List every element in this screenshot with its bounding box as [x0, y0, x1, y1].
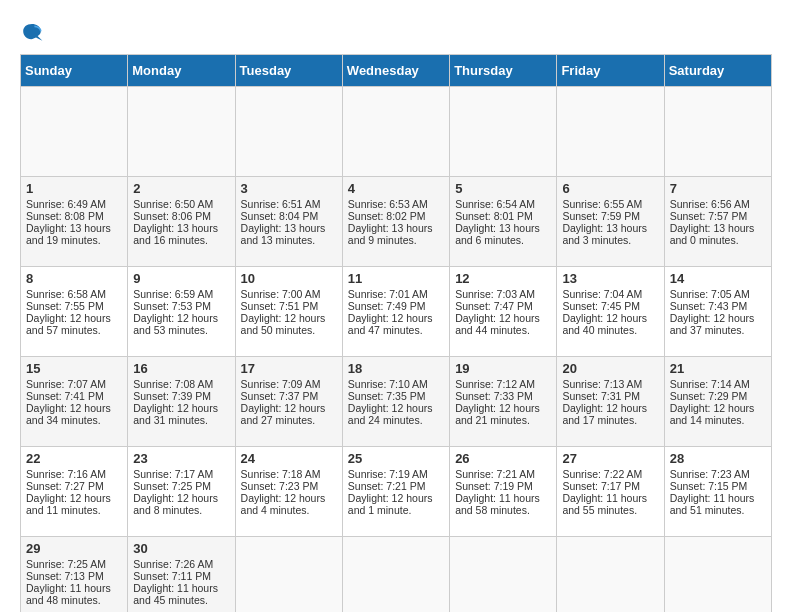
- sunrise-text: Sunrise: 7:08 AM: [133, 378, 229, 390]
- calendar-cell: 8Sunrise: 6:58 AMSunset: 7:55 PMDaylight…: [21, 267, 128, 357]
- calendar-week-row: 8Sunrise: 6:58 AMSunset: 7:55 PMDaylight…: [21, 267, 772, 357]
- calendar-cell: [342, 537, 449, 613]
- sunrise-text: Sunrise: 7:10 AM: [348, 378, 444, 390]
- day-number: 7: [670, 181, 766, 196]
- daylight-text: Daylight: 12 hours and 34 minutes.: [26, 402, 122, 426]
- day-number: 28: [670, 451, 766, 466]
- sunrise-text: Sunrise: 7:12 AM: [455, 378, 551, 390]
- calendar-cell: 14Sunrise: 7:05 AMSunset: 7:43 PMDayligh…: [664, 267, 771, 357]
- sunset-text: Sunset: 7:15 PM: [670, 480, 766, 492]
- daylight-text: Daylight: 12 hours and 11 minutes.: [26, 492, 122, 516]
- sunrise-text: Sunrise: 7:18 AM: [241, 468, 337, 480]
- calendar-week-row: 1Sunrise: 6:49 AMSunset: 8:08 PMDaylight…: [21, 177, 772, 267]
- sunrise-text: Sunrise: 7:21 AM: [455, 468, 551, 480]
- calendar-cell: 24Sunrise: 7:18 AMSunset: 7:23 PMDayligh…: [235, 447, 342, 537]
- col-header-thursday: Thursday: [450, 55, 557, 87]
- calendar-cell: [557, 87, 664, 177]
- sunset-text: Sunset: 7:59 PM: [562, 210, 658, 222]
- sunset-text: Sunset: 7:19 PM: [455, 480, 551, 492]
- calendar-cell: 11Sunrise: 7:01 AMSunset: 7:49 PMDayligh…: [342, 267, 449, 357]
- day-number: 21: [670, 361, 766, 376]
- daylight-text: Daylight: 13 hours and 6 minutes.: [455, 222, 551, 246]
- calendar-cell: [664, 87, 771, 177]
- sunset-text: Sunset: 7:33 PM: [455, 390, 551, 402]
- calendar-cell: 29Sunrise: 7:25 AMSunset: 7:13 PMDayligh…: [21, 537, 128, 613]
- calendar-cell: [21, 87, 128, 177]
- calendar-cell: [235, 537, 342, 613]
- daylight-text: Daylight: 12 hours and 1 minute.: [348, 492, 444, 516]
- daylight-text: Daylight: 12 hours and 8 minutes.: [133, 492, 229, 516]
- daylight-text: Daylight: 12 hours and 47 minutes.: [348, 312, 444, 336]
- day-number: 17: [241, 361, 337, 376]
- sunrise-text: Sunrise: 7:01 AM: [348, 288, 444, 300]
- sunset-text: Sunset: 7:21 PM: [348, 480, 444, 492]
- sunrise-text: Sunrise: 6:59 AM: [133, 288, 229, 300]
- calendar-cell: 2Sunrise: 6:50 AMSunset: 8:06 PMDaylight…: [128, 177, 235, 267]
- sunset-text: Sunset: 7:51 PM: [241, 300, 337, 312]
- calendar-cell: 28Sunrise: 7:23 AMSunset: 7:15 PMDayligh…: [664, 447, 771, 537]
- daylight-text: Daylight: 12 hours and 40 minutes.: [562, 312, 658, 336]
- sunrise-text: Sunrise: 7:07 AM: [26, 378, 122, 390]
- day-number: 10: [241, 271, 337, 286]
- calendar-cell: 6Sunrise: 6:55 AMSunset: 7:59 PMDaylight…: [557, 177, 664, 267]
- sunset-text: Sunset: 7:39 PM: [133, 390, 229, 402]
- daylight-text: Daylight: 12 hours and 57 minutes.: [26, 312, 122, 336]
- daylight-text: Daylight: 12 hours and 21 minutes.: [455, 402, 551, 426]
- calendar-cell: 12Sunrise: 7:03 AMSunset: 7:47 PMDayligh…: [450, 267, 557, 357]
- calendar-cell: 5Sunrise: 6:54 AMSunset: 8:01 PMDaylight…: [450, 177, 557, 267]
- daylight-text: Daylight: 12 hours and 53 minutes.: [133, 312, 229, 336]
- col-header-wednesday: Wednesday: [342, 55, 449, 87]
- calendar-cell: [342, 87, 449, 177]
- sunset-text: Sunset: 7:35 PM: [348, 390, 444, 402]
- sunrise-text: Sunrise: 7:05 AM: [670, 288, 766, 300]
- calendar-cell: [557, 537, 664, 613]
- day-number: 23: [133, 451, 229, 466]
- sunset-text: Sunset: 7:41 PM: [26, 390, 122, 402]
- sunset-text: Sunset: 8:08 PM: [26, 210, 122, 222]
- sunset-text: Sunset: 8:01 PM: [455, 210, 551, 222]
- day-number: 25: [348, 451, 444, 466]
- calendar-cell: 25Sunrise: 7:19 AMSunset: 7:21 PMDayligh…: [342, 447, 449, 537]
- sunset-text: Sunset: 8:06 PM: [133, 210, 229, 222]
- day-number: 20: [562, 361, 658, 376]
- daylight-text: Daylight: 13 hours and 19 minutes.: [26, 222, 122, 246]
- calendar-cell: [664, 537, 771, 613]
- sunrise-text: Sunrise: 6:58 AM: [26, 288, 122, 300]
- calendar-week-row: 15Sunrise: 7:07 AMSunset: 7:41 PMDayligh…: [21, 357, 772, 447]
- day-number: 30: [133, 541, 229, 556]
- sunset-text: Sunset: 7:23 PM: [241, 480, 337, 492]
- sunrise-text: Sunrise: 6:56 AM: [670, 198, 766, 210]
- calendar-week-row: 22Sunrise: 7:16 AMSunset: 7:27 PMDayligh…: [21, 447, 772, 537]
- day-number: 3: [241, 181, 337, 196]
- day-number: 18: [348, 361, 444, 376]
- day-number: 15: [26, 361, 122, 376]
- sunset-text: Sunset: 7:45 PM: [562, 300, 658, 312]
- sunset-text: Sunset: 7:25 PM: [133, 480, 229, 492]
- day-number: 12: [455, 271, 551, 286]
- daylight-text: Daylight: 13 hours and 9 minutes.: [348, 222, 444, 246]
- sunrise-text: Sunrise: 7:03 AM: [455, 288, 551, 300]
- sunrise-text: Sunrise: 6:54 AM: [455, 198, 551, 210]
- sunset-text: Sunset: 7:53 PM: [133, 300, 229, 312]
- daylight-text: Daylight: 12 hours and 4 minutes.: [241, 492, 337, 516]
- col-header-sunday: Sunday: [21, 55, 128, 87]
- daylight-text: Daylight: 12 hours and 44 minutes.: [455, 312, 551, 336]
- sunrise-text: Sunrise: 7:04 AM: [562, 288, 658, 300]
- daylight-text: Daylight: 11 hours and 58 minutes.: [455, 492, 551, 516]
- sunrise-text: Sunrise: 7:26 AM: [133, 558, 229, 570]
- calendar-cell: 19Sunrise: 7:12 AMSunset: 7:33 PMDayligh…: [450, 357, 557, 447]
- sunrise-text: Sunrise: 7:25 AM: [26, 558, 122, 570]
- sunrise-text: Sunrise: 7:00 AM: [241, 288, 337, 300]
- day-number: 11: [348, 271, 444, 286]
- col-header-friday: Friday: [557, 55, 664, 87]
- daylight-text: Daylight: 13 hours and 13 minutes.: [241, 222, 337, 246]
- sunset-text: Sunset: 7:43 PM: [670, 300, 766, 312]
- day-number: 22: [26, 451, 122, 466]
- calendar-table: SundayMondayTuesdayWednesdayThursdayFrid…: [20, 54, 772, 612]
- day-number: 8: [26, 271, 122, 286]
- col-header-monday: Monday: [128, 55, 235, 87]
- daylight-text: Daylight: 12 hours and 50 minutes.: [241, 312, 337, 336]
- logo-icon: [20, 20, 44, 44]
- sunrise-text: Sunrise: 6:51 AM: [241, 198, 337, 210]
- daylight-text: Daylight: 12 hours and 27 minutes.: [241, 402, 337, 426]
